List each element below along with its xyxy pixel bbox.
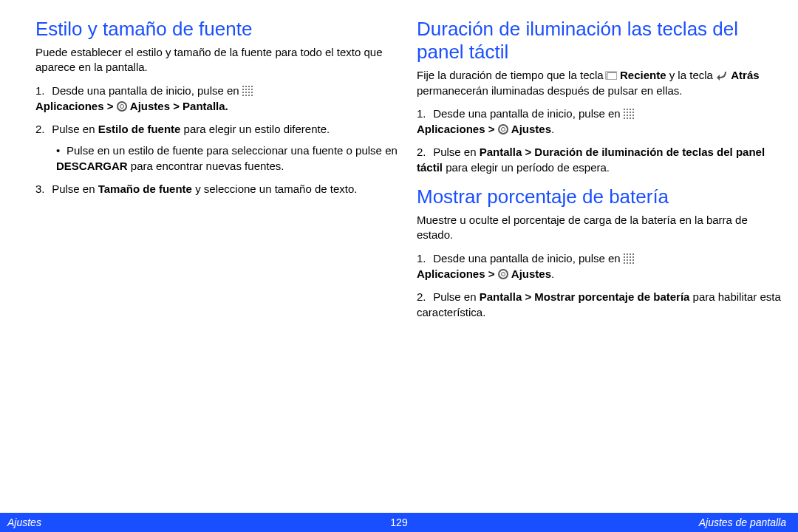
emph: Tamaño de fuente: [98, 183, 192, 195]
emph: DESCARGAR: [56, 160, 128, 172]
step-number: 3.: [35, 181, 49, 197]
step-number: 2.: [417, 144, 430, 160]
content-columns: Estilo y tamaño de fuente Puede establec…: [0, 0, 798, 330]
manual-page: Estilo y tamaño de fuente Puede establec…: [0, 0, 798, 532]
footer-left: Ajustes: [7, 516, 41, 528]
list-item: 2. Pulse en Pantalla > Duración de ilumi…: [417, 144, 785, 175]
apps-grid-icon: [242, 86, 253, 96]
step-number: 2.: [417, 289, 430, 304]
list-item: 1. Desde una pantalla de inicio, pulse e…: [417, 106, 785, 137]
list-item: 3. Pulse en Tamaño de fuente y seleccion…: [35, 181, 403, 197]
lead-text: permanecerán iluminadas después de pulsa…: [417, 84, 682, 97]
step-text: Desde una pantalla de inicio, pulse en: [433, 107, 624, 120]
back-arrow-icon: [716, 69, 728, 81]
section-lead: Fije la duración de tiempo que la tecla …: [417, 68, 785, 98]
gear-icon: [117, 101, 127, 112]
list-item: 2. Pulse en Estilo de fuente para elegir…: [35, 121, 403, 174]
list-item: 2. Pulse en Pantalla > Mostrar porcentaj…: [417, 289, 785, 320]
step-number: 1.: [35, 83, 49, 98]
path-apps: Aplicaciones >: [35, 100, 117, 112]
step-number: 1.: [417, 106, 430, 121]
emph: Atrás: [731, 69, 759, 81]
gear-icon: [498, 124, 508, 134]
page-number: 129: [390, 516, 407, 528]
bullet-icon: •: [56, 143, 66, 158]
right-column: Duración de iluminación las teclas del p…: [417, 18, 785, 330]
section-title: Duración de iluminación las teclas del p…: [417, 18, 785, 64]
emph: Pantalla > Mostrar porcentaje de batería: [480, 290, 690, 303]
section-battery-pct: Mostrar porcentaje de batería Muestre u …: [417, 185, 785, 320]
path-settings: Ajustes: [511, 123, 551, 135]
substep: •Pulse en un estilo de fuente para selec…: [56, 143, 403, 174]
steps-list: 1. Desde una pantalla de inicio, pulse e…: [35, 83, 403, 197]
steps-list: 1. Desde una pantalla de inicio, pulse e…: [417, 106, 785, 175]
section-lead: Puede establecer el estilo y tamaño de l…: [35, 45, 403, 75]
path-apps: Aplicaciones >: [417, 123, 498, 135]
step-text: Pulse en: [433, 290, 480, 303]
path-settings-display: Ajustes > Pantalla.: [130, 100, 228, 112]
section-font-style: Estilo y tamaño de fuente Puede establec…: [35, 18, 403, 197]
apps-grid-icon: [624, 109, 634, 119]
emph: Reciente: [620, 69, 666, 81]
emph: Estilo de fuente: [98, 123, 181, 135]
recent-apps-icon: [607, 72, 617, 80]
substep-text: Pulse en un estilo de fuente para selecc…: [66, 144, 398, 157]
step-number: 2.: [35, 121, 49, 137]
step-number: 1.: [417, 250, 430, 266]
step-text: Desde una pantalla de inicio, pulse en: [433, 252, 624, 265]
step-text: Pulse en: [52, 183, 98, 195]
steps-list: 1. Desde una pantalla de inicio, pulse e…: [417, 250, 785, 320]
step-text: para elegir un estilo diferente.: [180, 123, 330, 135]
list-item: 1. Desde una pantalla de inicio, pulse e…: [417, 250, 785, 282]
step-text: Pulse en: [52, 123, 98, 135]
section-key-light: Duración de iluminación las teclas del p…: [417, 18, 785, 175]
apps-grid-icon: [624, 253, 634, 264]
gear-icon: [498, 269, 508, 279]
step-text: y seleccione un tamaño de texto.: [192, 183, 357, 195]
step-text: Desde una pantalla de inicio, pulse en: [52, 84, 242, 97]
step-text: para elegir un período de espera.: [443, 161, 610, 174]
left-column: Estilo y tamaño de fuente Puede establec…: [35, 18, 403, 330]
section-title: Estilo y tamaño de fuente: [35, 18, 403, 41]
substep-text: para encontrar nuevas fuentes.: [128, 160, 284, 172]
section-title: Mostrar porcentaje de batería: [417, 185, 785, 208]
section-lead: Muestre u oculte el porcentaje de carga …: [417, 213, 785, 243]
footer-right: Ajustes de pantalla: [699, 516, 786, 528]
path-settings: Ajustes: [511, 267, 551, 280]
page-footer: Ajustes 129 Ajustes de pantalla: [0, 513, 798, 532]
lead-text: y la tecla: [669, 69, 716, 81]
path-apps: Aplicaciones >: [417, 267, 498, 280]
lead-text: Fije la duración de tiempo que la tecla: [417, 69, 607, 81]
step-text: Pulse en: [433, 146, 480, 158]
list-item: 1. Desde una pantalla de inicio, pulse e…: [35, 83, 403, 114]
